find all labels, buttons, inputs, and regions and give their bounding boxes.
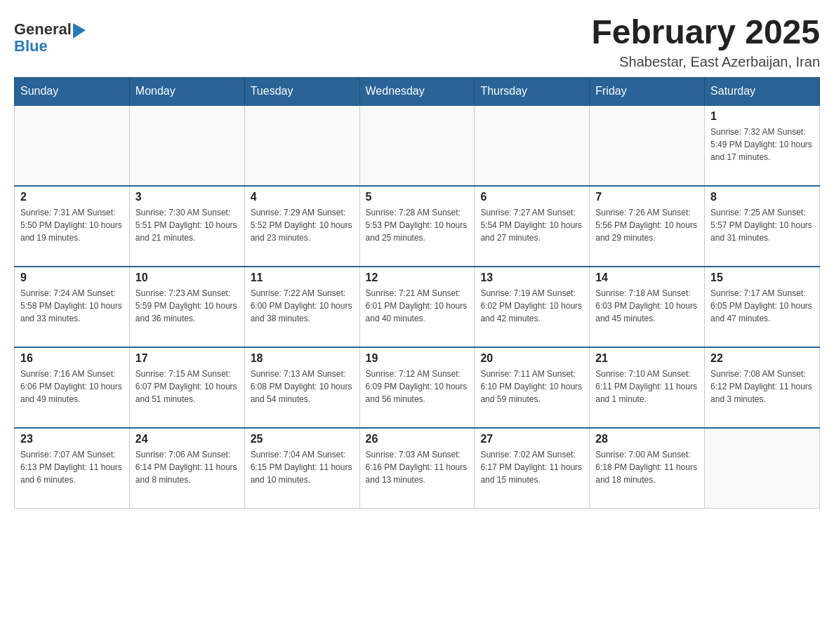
week-row-4: 16Sunrise: 7:16 AM Sunset: 6:06 PM Dayli… (15, 347, 820, 428)
day-number: 8 (710, 191, 814, 203)
location-title: Shabestar, East Azerbaijan, Iran (591, 54, 820, 70)
day-number: 2 (20, 191, 124, 203)
day-number: 7 (595, 191, 699, 203)
calendar-cell: 13Sunrise: 7:19 AM Sunset: 6:02 PM Dayli… (475, 267, 590, 347)
day-number: 26 (366, 433, 469, 445)
week-row-3: 9Sunrise: 7:24 AM Sunset: 5:58 PM Daylig… (15, 267, 820, 347)
day-info: Sunrise: 7:18 AM Sunset: 6:03 PM Dayligh… (595, 287, 699, 325)
day-number: 27 (480, 433, 583, 445)
calendar-cell (590, 105, 705, 186)
day-number: 17 (135, 352, 239, 365)
title-block: February 2025 Shabestar, East Azerbaijan… (591, 14, 820, 70)
calendar-cell (15, 105, 130, 186)
calendar-cell: 28Sunrise: 7:00 AM Sunset: 6:18 PM Dayli… (590, 428, 705, 509)
column-header-tuesday: Tuesday (244, 77, 359, 105)
calendar-cell: 21Sunrise: 7:10 AM Sunset: 6:11 PM Dayli… (590, 347, 705, 428)
day-info: Sunrise: 7:22 AM Sunset: 6:00 PM Dayligh… (251, 287, 354, 325)
day-number: 21 (595, 352, 699, 365)
day-info: Sunrise: 7:12 AM Sunset: 6:09 PM Dayligh… (366, 368, 469, 405)
column-header-wednesday: Wednesday (359, 77, 475, 105)
day-number: 4 (251, 191, 354, 203)
calendar-cell: 20Sunrise: 7:11 AM Sunset: 6:10 PM Dayli… (475, 347, 590, 428)
calendar-cell: 23Sunrise: 7:07 AM Sunset: 6:13 PM Dayli… (15, 428, 130, 509)
calendar-table: SundayMondayTuesdayWednesdayThursdayFrid… (14, 77, 820, 509)
day-number: 19 (366, 352, 469, 365)
day-number: 5 (366, 191, 469, 203)
day-info: Sunrise: 7:08 AM Sunset: 6:12 PM Dayligh… (710, 368, 814, 405)
calendar-cell (129, 105, 244, 186)
day-number: 20 (480, 352, 583, 365)
day-number: 16 (20, 352, 124, 365)
calendar-cell: 18Sunrise: 7:13 AM Sunset: 6:08 PM Dayli… (244, 347, 359, 428)
calendar-cell: 12Sunrise: 7:21 AM Sunset: 6:01 PM Dayli… (359, 267, 475, 347)
day-info: Sunrise: 7:16 AM Sunset: 6:06 PM Dayligh… (20, 368, 124, 405)
day-info: Sunrise: 7:03 AM Sunset: 6:16 PM Dayligh… (366, 448, 469, 486)
day-info: Sunrise: 7:13 AM Sunset: 6:08 PM Dayligh… (251, 368, 354, 405)
calendar-cell: 1Sunrise: 7:32 AM Sunset: 5:49 PM Daylig… (705, 105, 820, 186)
day-info: Sunrise: 7:31 AM Sunset: 5:50 PM Dayligh… (20, 206, 124, 244)
day-number: 22 (710, 352, 814, 365)
calendar-cell (705, 428, 820, 509)
calendar-cell (475, 105, 590, 186)
column-header-friday: Friday (590, 77, 705, 105)
calendar-cell: 14Sunrise: 7:18 AM Sunset: 6:03 PM Dayli… (590, 267, 705, 347)
calendar-cell: 24Sunrise: 7:06 AM Sunset: 6:14 PM Dayli… (129, 428, 244, 509)
day-info: Sunrise: 7:32 AM Sunset: 5:49 PM Dayligh… (710, 126, 814, 163)
day-info: Sunrise: 7:06 AM Sunset: 6:14 PM Dayligh… (135, 448, 239, 486)
day-info: Sunrise: 7:23 AM Sunset: 5:59 PM Dayligh… (135, 287, 239, 325)
day-number: 9 (20, 271, 124, 284)
day-number: 10 (135, 271, 239, 284)
day-info: Sunrise: 7:15 AM Sunset: 6:07 PM Dayligh… (135, 368, 239, 405)
calendar-cell: 3Sunrise: 7:30 AM Sunset: 5:51 PM Daylig… (129, 186, 244, 267)
day-info: Sunrise: 7:17 AM Sunset: 6:05 PM Dayligh… (710, 287, 814, 325)
day-number: 12 (366, 271, 469, 284)
day-number: 1 (710, 110, 814, 123)
column-header-saturday: Saturday (705, 77, 820, 105)
calendar-cell: 16Sunrise: 7:16 AM Sunset: 6:06 PM Dayli… (15, 347, 130, 428)
week-row-5: 23Sunrise: 7:07 AM Sunset: 6:13 PM Dayli… (15, 428, 820, 509)
week-row-2: 2Sunrise: 7:31 AM Sunset: 5:50 PM Daylig… (15, 186, 820, 267)
day-number: 13 (480, 271, 583, 284)
calendar-cell: 2Sunrise: 7:31 AM Sunset: 5:50 PM Daylig… (15, 186, 130, 267)
logo-blue-text: Blue (14, 38, 86, 55)
column-header-sunday: Sunday (15, 77, 130, 105)
column-header-thursday: Thursday (475, 77, 590, 105)
day-info: Sunrise: 7:11 AM Sunset: 6:10 PM Dayligh… (480, 368, 583, 405)
day-info: Sunrise: 7:26 AM Sunset: 5:56 PM Dayligh… (595, 206, 699, 244)
calendar-cell (359, 105, 475, 186)
calendar-cell (244, 105, 359, 186)
week-row-1: 1Sunrise: 7:32 AM Sunset: 5:49 PM Daylig… (15, 105, 820, 186)
day-info: Sunrise: 7:04 AM Sunset: 6:15 PM Dayligh… (251, 448, 354, 486)
day-info: Sunrise: 7:10 AM Sunset: 6:11 PM Dayligh… (595, 368, 699, 405)
day-number: 3 (135, 191, 239, 203)
day-info: Sunrise: 7:27 AM Sunset: 5:54 PM Dayligh… (480, 206, 583, 244)
page-header: General Blue February 2025 Shabestar, Ea… (14, 14, 820, 70)
calendar-cell: 11Sunrise: 7:22 AM Sunset: 6:00 PM Dayli… (244, 267, 359, 347)
day-info: Sunrise: 7:30 AM Sunset: 5:51 PM Dayligh… (135, 206, 239, 244)
day-info: Sunrise: 7:19 AM Sunset: 6:02 PM Dayligh… (480, 287, 583, 325)
day-info: Sunrise: 7:00 AM Sunset: 6:18 PM Dayligh… (595, 448, 699, 486)
calendar-cell: 8Sunrise: 7:25 AM Sunset: 5:57 PM Daylig… (705, 186, 820, 267)
day-info: Sunrise: 7:02 AM Sunset: 6:17 PM Dayligh… (480, 448, 583, 486)
calendar-cell: 25Sunrise: 7:04 AM Sunset: 6:15 PM Dayli… (244, 428, 359, 509)
svg-marker-0 (73, 23, 86, 39)
day-number: 14 (595, 271, 699, 284)
day-info: Sunrise: 7:29 AM Sunset: 5:52 PM Dayligh… (251, 206, 354, 244)
calendar-header-row: SundayMondayTuesdayWednesdayThursdayFrid… (15, 77, 820, 105)
column-header-monday: Monday (129, 77, 244, 105)
day-number: 25 (251, 433, 354, 445)
calendar-cell: 17Sunrise: 7:15 AM Sunset: 6:07 PM Dayli… (129, 347, 244, 428)
calendar-cell: 26Sunrise: 7:03 AM Sunset: 6:16 PM Dayli… (359, 428, 475, 509)
day-info: Sunrise: 7:28 AM Sunset: 5:53 PM Dayligh… (366, 206, 469, 244)
calendar-cell: 7Sunrise: 7:26 AM Sunset: 5:56 PM Daylig… (590, 186, 705, 267)
calendar-cell: 19Sunrise: 7:12 AM Sunset: 6:09 PM Dayli… (359, 347, 475, 428)
day-number: 15 (710, 271, 814, 284)
day-info: Sunrise: 7:24 AM Sunset: 5:58 PM Dayligh… (20, 287, 124, 325)
day-number: 23 (20, 433, 124, 445)
logo-triangle-icon (73, 23, 86, 39)
day-info: Sunrise: 7:21 AM Sunset: 6:01 PM Dayligh… (366, 287, 469, 325)
day-number: 6 (480, 191, 583, 203)
day-number: 28 (595, 433, 699, 445)
calendar-cell: 15Sunrise: 7:17 AM Sunset: 6:05 PM Dayli… (705, 267, 820, 347)
logo: General Blue (14, 21, 86, 55)
